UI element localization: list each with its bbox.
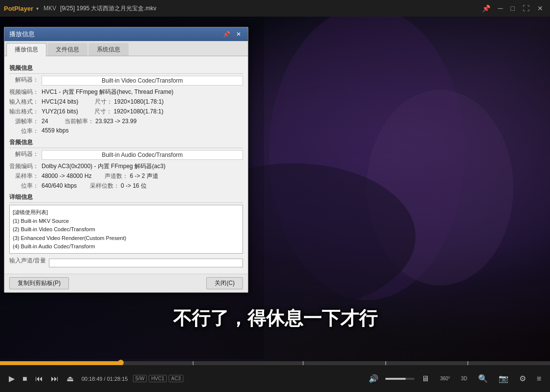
- dialog-title: 播放信息: [9, 30, 35, 39]
- audio-codec-row: 音频编码： Dolby AC3(0x2000) - 内置 FFmpeg 解码器(…: [9, 162, 243, 171]
- audio-decoder-label: 解码器：: [9, 150, 39, 158]
- input-volume-label: 输入声道/音量: [9, 257, 46, 265]
- output-size-label: 尺寸：: [94, 108, 112, 115]
- chapter-marker: [193, 361, 194, 365]
- video-codec-label: 视频编码：: [9, 88, 39, 96]
- play-pause-button[interactable]: ▶: [5, 372, 19, 385]
- dialog-titlebar: 播放信息 📌 ✕: [4, 27, 248, 41]
- bit-depth-label: 采样位数：: [90, 182, 119, 189]
- settings-button[interactable]: ⚙: [515, 372, 530, 385]
- tab-file-info[interactable]: 文件信息: [47, 43, 88, 56]
- video-codec-value: HVC1 - 内置 FFmpeg 解码器(hevc, Thread Frame): [42, 88, 243, 96]
- dialog-footer: 复制到剪贴板(P) 关闭(C): [4, 274, 248, 292]
- player-controls: ▶ ■ ⏮ ⏭ ⏏ 00:18:49 / 01:28:15 S/W HVC1 A…: [0, 365, 550, 392]
- playback-info-dialog: 播放信息 📌 ✕ 播放信息 文件信息 系统信息 视频信息 解码器： Built-…: [4, 27, 248, 293]
- channels-value: 6 -> 2 声道: [130, 173, 158, 179]
- dialog-pin-button[interactable]: 📌: [221, 31, 232, 38]
- current-fps-label: 当前帧率：: [65, 118, 94, 125]
- tab-playback-info[interactable]: 播放信息: [6, 43, 46, 56]
- video-bitrate-row: 位率： 4559 kbps: [9, 127, 243, 135]
- window-controls: 📌 ─ □ ⛶ ✕: [479, 3, 546, 13]
- hvc1-tag: HVC1: [149, 375, 167, 382]
- format-label: MKV: [44, 5, 56, 12]
- video-bitrate-value: 4559 kbps: [42, 127, 243, 134]
- app-dropdown-arrow[interactable]: ▾: [36, 6, 39, 11]
- volume-icon[interactable]: 🔊: [365, 372, 382, 385]
- next-button[interactable]: ⏭: [47, 372, 63, 385]
- samplerate-row: 采样率： 48000 -> 48000 Hz 声道数： 6 -> 2 声道: [9, 172, 243, 180]
- audio-section-title: 音频信息: [9, 138, 243, 148]
- volume-slider[interactable]: [385, 378, 415, 380]
- close-dialog-button[interactable]: 关闭(C): [206, 277, 243, 289]
- input-format-label: 输入格式：: [9, 98, 39, 106]
- input-volume-row: 输入声道/音量: [9, 257, 243, 267]
- input-format-row: 输入格式： HVC1(24 bits) 尺寸： 1920×1080(1.78:1…: [9, 98, 243, 106]
- output-format-label: 输出格式：: [9, 108, 39, 116]
- fps-value: 24 当前帧率： 23.923 -> 23.99: [42, 117, 243, 126]
- 3d-button[interactable]: 3D: [457, 374, 471, 383]
- progress-bar-fill[interactable]: [0, 361, 121, 365]
- audio-decoder-value: Built-in Audio Codec/Transform: [42, 150, 243, 160]
- video-bitrate-label: 位率：: [9, 127, 39, 135]
- app-logo[interactable]: PotPlayer: [4, 5, 33, 12]
- 360-button[interactable]: 360°: [436, 374, 454, 383]
- zoom-button[interactable]: 🔍: [474, 372, 492, 385]
- channels-label: 声道数：: [105, 173, 128, 179]
- samplerate-value: 48000 -> 48000 Hz 声道数： 6 -> 2 声道: [42, 172, 243, 180]
- output-size-value: 1920×1080(1.78:1): [113, 108, 163, 115]
- ac3-tag: AC3: [169, 375, 183, 382]
- pin-button[interactable]: 📌: [479, 3, 493, 13]
- audio-decoder-row: 解码器： Built-in Audio Codec/Transform: [9, 150, 243, 161]
- dialog-buttons: 📌 ✕: [221, 31, 243, 38]
- right-controls: 🔊 🖥 360° 3D 🔍 📷 ⚙ ≡: [365, 372, 545, 385]
- close-button[interactable]: ✕: [534, 3, 546, 13]
- input-size-label: 尺寸：: [95, 98, 112, 105]
- current-fps-value: 23.923 -> 23.99: [95, 118, 136, 125]
- chapter-marker: [385, 361, 386, 365]
- audio-codec-label: 音频编码：: [9, 162, 39, 171]
- fps-label: 源帧率：: [9, 117, 39, 126]
- menu-button[interactable]: ≡: [533, 372, 545, 385]
- audio-bitrate-value: 640/640 kbps 采样位数： 0 -> 16 位: [42, 182, 243, 190]
- output-format-row: 输出格式： YUY2(16 bits) 尺寸： 1920×1080(1.78:1…: [9, 108, 243, 116]
- screenshot-button[interactable]: 📷: [495, 372, 512, 385]
- video-section-title: 视频信息: [9, 64, 243, 74]
- video-decoder-value: Built-in Video Codec/Transform: [42, 76, 243, 86]
- maximize-button[interactable]: □: [508, 3, 518, 13]
- video-codec-row: 视频编码： HVC1 - 内置 FFmpeg 解码器(hevc, Thread …: [9, 88, 243, 96]
- subtitle-text: 不行了，得休息一下才行: [0, 306, 550, 331]
- output-format-value: YUY2(16 bits) 尺寸： 1920×1080(1.78:1): [42, 108, 243, 116]
- dialog-content: 视频信息 解码器： Built-in Video Codec/Transform…: [4, 56, 248, 274]
- fullscreen-button[interactable]: ⛶: [520, 3, 532, 13]
- detail-box[interactable]: [滤镜使用列表](1) Built-in MKV Source(2) Built…: [9, 205, 243, 254]
- eject-button[interactable]: ⏏: [63, 372, 78, 385]
- fps-row: 源帧率： 24 当前帧率： 23.923 -> 23.99: [9, 117, 243, 126]
- window-title: [9/25] 1995 大话西游之月光宝盒.mkv: [60, 4, 479, 13]
- chapter-marker: [303, 361, 304, 365]
- stop-button[interactable]: ■: [19, 372, 31, 385]
- dialog-tabs: 播放信息 文件信息 系统信息: [4, 41, 248, 56]
- monitor-button[interactable]: 🖥: [418, 372, 433, 385]
- progress-bar-area[interactable]: [0, 361, 550, 365]
- chapter-marker: [467, 361, 468, 365]
- input-size-value: 1920×1080(1.78:1): [114, 98, 164, 105]
- input-volume-bar: [49, 259, 243, 267]
- tab-system-info[interactable]: 系统信息: [88, 43, 129, 56]
- copy-button[interactable]: 复制到剪贴板(P): [9, 277, 69, 289]
- titlebar: PotPlayer ▾ MKV [9/25] 1995 大话西游之月光宝盒.mk…: [0, 0, 550, 17]
- input-format-value: HVC1(24 bits) 尺寸： 1920×1080(1.78:1): [42, 98, 243, 106]
- dialog-close-button[interactable]: ✕: [234, 31, 243, 38]
- audio-bitrate-label: 位率：: [9, 182, 39, 190]
- video-decoder-label: 解码器：: [9, 76, 39, 84]
- audio-bitrate-row: 位率： 640/640 kbps 采样位数： 0 -> 16 位: [9, 182, 243, 190]
- bit-depth-value: 0 -> 16 位: [121, 182, 147, 189]
- video-decoder-row: 解码器： Built-in Video Codec/Transform: [9, 76, 243, 87]
- volume-fill: [385, 378, 406, 380]
- prev-button[interactable]: ⏮: [31, 372, 47, 385]
- audio-codec-value: Dolby AC3(0x2000) - 内置 FFmpeg 解码器(ac3): [42, 162, 243, 171]
- detail-section-title: 详细信息: [9, 193, 243, 203]
- current-time: 00:18:49 / 01:28:15: [82, 376, 128, 382]
- sw-tag: S/W: [133, 375, 147, 382]
- minimize-button[interactable]: ─: [495, 3, 506, 13]
- samplerate-label: 采样率：: [9, 172, 39, 180]
